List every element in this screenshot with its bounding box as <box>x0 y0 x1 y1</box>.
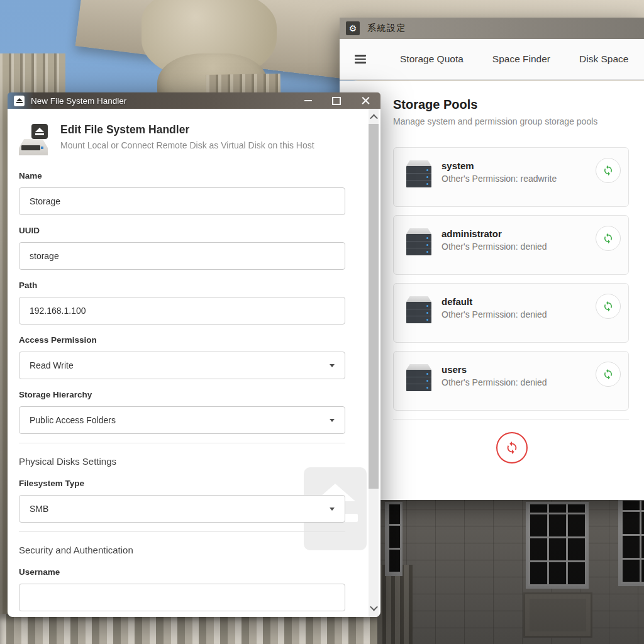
gear-glyph: ⚙ <box>349 24 357 33</box>
pool-name: users <box>441 364 547 375</box>
list-divider <box>393 419 629 419</box>
field-username: Username <box>19 565 345 611</box>
tab-storage-quota[interactable]: Storage Quota <box>400 53 464 65</box>
dialog-subheading: Mount Local or Connect Remote Disk as Vi… <box>60 140 314 151</box>
refresh-pool-button[interactable] <box>596 294 621 319</box>
storage-pool-card[interactable]: default Other's Permission: denied <box>393 283 629 343</box>
section-divider <box>19 443 345 443</box>
field-uuid: UUID <box>19 224 345 270</box>
field-filesystem-type: Filesystem Type SMB <box>19 477 345 523</box>
storage-hierarchy-select[interactable]: Public Access Folders <box>19 406 345 434</box>
reload-pools-button[interactable] <box>496 432 528 464</box>
settings-window-title: 系統設定 <box>367 23 406 34</box>
section-divider <box>19 531 345 532</box>
gear-icon: ⚙ <box>346 21 360 35</box>
dialog-scrollbar[interactable] <box>369 109 379 617</box>
file-system-handler-dialog: New File System Handler Edit File System… <box>8 92 380 617</box>
drive-eject-icon <box>19 124 49 157</box>
field-name: Name <box>19 169 345 215</box>
page-subtitle: Manage system and permission group stora… <box>393 116 626 127</box>
settings-tabs: Storage Quota Space Finder Disk Space <box>400 53 628 65</box>
refresh-icon <box>602 369 614 380</box>
security-section-title: Security and Authentication <box>19 543 345 557</box>
refresh-pool-button[interactable] <box>596 362 621 387</box>
filesystem-type-value: SMB <box>30 504 48 514</box>
refresh-pool-button[interactable] <box>596 226 621 251</box>
pool-permission: Other's Permission: readwrite <box>441 174 557 184</box>
window-controls <box>304 96 370 106</box>
username-label: Username <box>19 565 345 579</box>
uuid-input[interactable] <box>19 242 345 270</box>
scroll-down-button[interactable] <box>369 601 379 614</box>
dropdown-caret-icon <box>330 364 335 367</box>
stone-steps <box>0 614 385 644</box>
field-storage-hierarchy: Storage Hierarchy Public Access Folders <box>19 388 345 434</box>
minimize-icon <box>304 100 312 102</box>
refresh-icon <box>602 301 614 312</box>
path-label: Path <box>19 279 345 292</box>
hamburger-menu-icon[interactable] <box>355 55 366 64</box>
minimize-button[interactable] <box>304 100 312 102</box>
dialog-heading: Edit File System Handler <box>60 123 314 136</box>
path-input[interactable] <box>19 297 345 325</box>
username-input[interactable] <box>19 584 345 611</box>
storage-pool-card[interactable]: administrator Other's Permission: denied <box>393 215 629 275</box>
chevron-down-icon <box>370 602 378 611</box>
refresh-icon <box>505 441 519 455</box>
refresh-icon <box>602 165 614 176</box>
field-access-permission: Access Permission Read Write <box>19 333 345 379</box>
filesystem-type-select[interactable]: SMB <box>19 495 345 523</box>
storage-pool-card[interactable]: users Other's Permission: denied <box>393 351 629 411</box>
server-icon <box>406 160 431 188</box>
access-permission-select[interactable]: Read Write <box>19 352 345 379</box>
close-button[interactable] <box>361 96 370 106</box>
eject-icon <box>14 96 25 106</box>
field-path: Path <box>19 279 345 325</box>
access-permission-value: Read Write <box>30 360 74 370</box>
physical-disks-section-title: Physical Disks Settings <box>19 455 345 468</box>
storage-hierarchy-label: Storage Hierarchy <box>19 388 345 401</box>
name-input[interactable] <box>19 187 345 215</box>
maximize-icon <box>332 97 341 105</box>
tab-disk-space[interactable]: Disk Space <box>579 53 628 65</box>
tab-space-finder[interactable]: Space Finder <box>492 53 550 65</box>
server-icon <box>406 296 431 324</box>
pool-permission: Other's Permission: denied <box>441 377 547 387</box>
dialog-body: Edit File System Handler Mount Local or … <box>8 109 380 617</box>
scrollbar-thumb[interactable] <box>369 124 379 489</box>
pool-permission: Other's Permission: denied <box>441 309 547 319</box>
pool-name: default <box>441 296 547 307</box>
refresh-icon <box>602 233 614 244</box>
storage-pools-panel: Storage Pools Manage system and permissi… <box>340 80 644 500</box>
storage-pool-card[interactable]: system Other's Permission: readwrite <box>393 147 629 207</box>
server-icon <box>406 364 431 392</box>
uuid-label: UUID <box>19 224 345 237</box>
dialog-titlebar[interactable]: New File System Handler <box>8 92 380 109</box>
access-permission-label: Access Permission <box>19 333 345 347</box>
server-icon <box>406 228 431 256</box>
facade-shadow <box>377 497 644 644</box>
dropdown-caret-icon <box>330 419 335 422</box>
page-title: Storage Pools <box>393 97 626 112</box>
building-facade <box>377 497 644 644</box>
maximize-button[interactable] <box>332 97 341 105</box>
dialog-title: New File System Handler <box>31 96 298 106</box>
dialog-form: Edit File System Handler Mount Local or … <box>19 123 345 611</box>
name-label: Name <box>19 169 345 182</box>
pool-permission: Other's Permission: denied <box>441 242 547 252</box>
system-settings-window: ⚙ 系統設定 Storage Quota Space Finder Disk S… <box>340 18 644 500</box>
storage-hierarchy-value: Public Access Folders <box>30 415 116 425</box>
pool-name: administrator <box>441 228 547 239</box>
pool-name: system <box>441 160 557 171</box>
filesystem-type-label: Filesystem Type <box>19 477 345 490</box>
dropdown-caret-icon <box>330 508 335 511</box>
settings-titlebar[interactable]: ⚙ 系統設定 <box>340 18 644 39</box>
scroll-up-button[interactable] <box>369 110 379 124</box>
settings-nav-bar: Storage Quota Space Finder Disk Space <box>340 39 644 80</box>
chevron-up-icon <box>370 114 378 122</box>
refresh-pool-button[interactable] <box>596 158 621 183</box>
dialog-header: Edit File System Handler Mount Local or … <box>19 123 345 157</box>
